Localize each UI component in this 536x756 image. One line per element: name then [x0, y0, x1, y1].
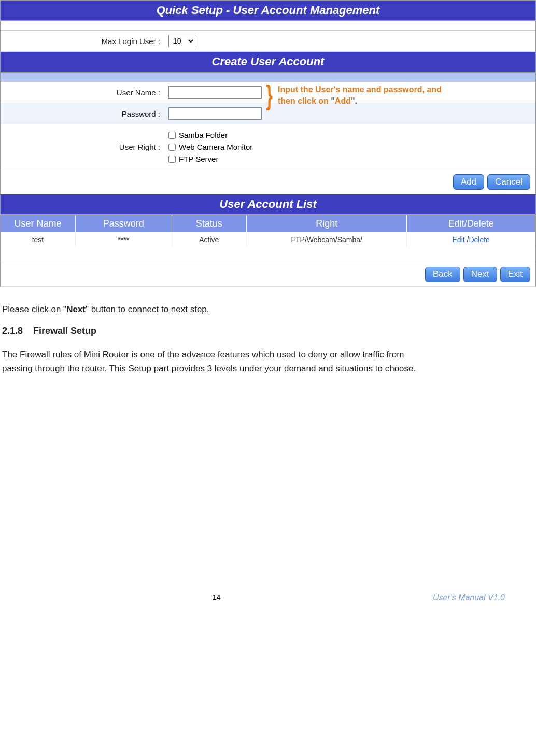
- create-user-header: Create User Account: [1, 52, 535, 73]
- right-samba-label: Samba Folder: [179, 131, 228, 139]
- checkbox-ftp[interactable]: [168, 156, 176, 163]
- right-webcam-label: Web Camera Monitor: [179, 143, 252, 151]
- checkbox-webcam[interactable]: [168, 144, 176, 151]
- delete-link[interactable]: Delete: [469, 235, 489, 244]
- user-right-row: User Right : Samba Folder Web Camera Mon…: [1, 124, 535, 170]
- password-input[interactable]: [168, 107, 262, 120]
- cell-status: Active: [172, 232, 246, 247]
- cell-right: FTP/Webcam/Samba/: [246, 232, 406, 247]
- brace-icon: }: [266, 88, 273, 103]
- cell-password: ****: [75, 232, 172, 247]
- page-number: 14: [0, 593, 433, 603]
- add-button[interactable]: Add: [453, 174, 484, 190]
- th-right: Right: [246, 215, 406, 232]
- username-input[interactable]: [168, 86, 262, 99]
- page-title-bar: Quick Setup - User Account Management: [1, 1, 535, 21]
- right-webcam[interactable]: Web Camera Monitor: [168, 143, 252, 151]
- section-heading: 2.1.8 Firewall Setup: [2, 326, 534, 337]
- edit-link[interactable]: Edit: [453, 235, 465, 244]
- th-status: Status: [172, 215, 246, 232]
- cancel-button[interactable]: Cancel: [487, 174, 530, 190]
- password-label: Password :: [1, 109, 165, 118]
- spacer: [1, 21, 535, 31]
- firewall-paragraph: The Firewall rules of Mini Router is one…: [2, 348, 432, 375]
- back-button[interactable]: Back: [425, 267, 460, 282]
- username-row: User Name : } Input the User's name and …: [1, 82, 535, 103]
- right-ftp-label: FTP Server: [179, 155, 218, 163]
- user-account-table: User Name Password Status Right Edit/Del…: [1, 215, 535, 247]
- max-login-user-row: Max Login User : 10: [1, 31, 535, 52]
- document-body: Please click on "Next" button to connect…: [0, 303, 536, 375]
- max-login-user-label: Max Login User :: [1, 37, 165, 46]
- th-password: Password: [75, 215, 172, 232]
- next-button[interactable]: Next: [463, 267, 497, 282]
- nav-buttons-row: Back Next Exit: [1, 262, 535, 287]
- th-editdelete: Edit/Delete: [407, 215, 535, 232]
- username-label: User Name :: [1, 88, 165, 97]
- exit-button[interactable]: Exit: [500, 267, 530, 282]
- checkbox-samba[interactable]: [168, 132, 176, 139]
- th-username: User Name: [1, 215, 75, 232]
- user-list-header: User Account List: [1, 194, 535, 215]
- right-ftp[interactable]: FTP Server: [168, 155, 252, 163]
- right-samba[interactable]: Samba Folder: [168, 131, 252, 139]
- max-login-user-select[interactable]: 10: [168, 35, 195, 47]
- user-right-label: User Right :: [1, 143, 165, 151]
- cell-editdelete: Edit /Delete: [407, 232, 535, 247]
- annotation-callout: } Input the User's name and password, an…: [264, 84, 536, 106]
- table-row: test **** Active FTP/Webcam/Samba/ Edit …: [1, 232, 535, 247]
- spacer: [1, 247, 535, 262]
- manual-version: User's Manual V1.0: [433, 593, 505, 603]
- page-footer: 14 User's Manual V1.0: [0, 593, 536, 608]
- create-buttons-row: Add Cancel: [1, 170, 535, 194]
- cell-username: test: [1, 232, 75, 247]
- instruction-next: Please click on "Next" button to connect…: [2, 303, 534, 316]
- callout-text: Input the User's name and password, and …: [278, 84, 442, 106]
- router-admin-screenshot: Quick Setup - User Account Management Ma…: [0, 0, 536, 287]
